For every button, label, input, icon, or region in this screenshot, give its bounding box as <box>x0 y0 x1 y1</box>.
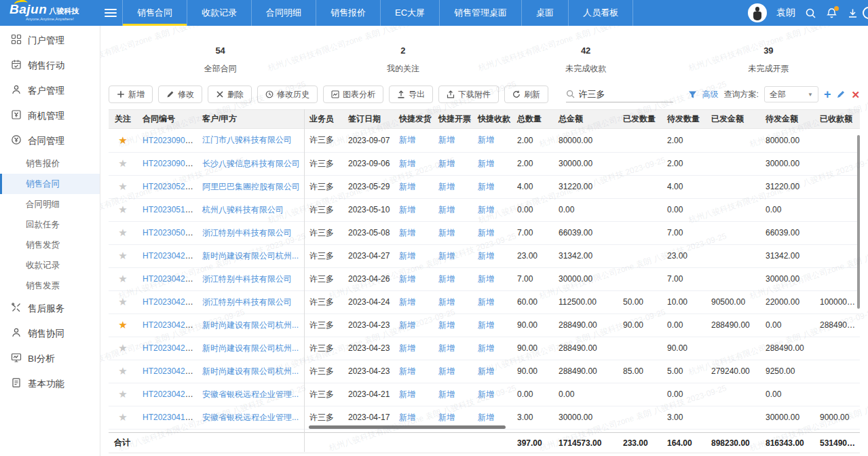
search-icon[interactable] <box>805 7 816 19</box>
stat-block[interactable]: 2我的关注 <box>312 37 494 78</box>
customer-link[interactable]: 浙江特别牛科技有限公司 <box>202 228 292 238</box>
quick-receipt-link[interactable]: 新增 <box>478 297 494 307</box>
quick-invoice-link[interactable]: 新增 <box>438 205 455 214</box>
column-header[interactable]: 总金额 <box>553 110 618 129</box>
contract-code-link[interactable]: HT2023042302 <box>143 343 197 353</box>
top-tab[interactable]: 人员看板 <box>569 0 633 26</box>
quick-invoice-link[interactable]: 新增 <box>438 297 455 307</box>
top-tab[interactable]: 销售报价 <box>316 0 381 26</box>
column-header[interactable]: 已发数量 <box>618 110 662 129</box>
top-tab[interactable]: 销售管理桌面 <box>440 0 522 26</box>
quick-invoice-link[interactable]: 新增 <box>438 182 455 191</box>
quick-ship-link[interactable]: 新增 <box>399 205 415 214</box>
star-outline-icon[interactable]: ★ <box>118 157 127 169</box>
下载附件-button[interactable]: 下载附件 <box>438 86 499 103</box>
quick-invoice-link[interactable]: 新增 <box>438 390 455 399</box>
add-scheme-button[interactable]: + <box>824 88 831 100</box>
quick-ship-link[interactable]: 新增 <box>399 366 415 376</box>
quick-invoice-link[interactable]: 新增 <box>438 274 455 284</box>
column-header[interactable]: 快捷发货 <box>394 110 433 129</box>
star-filled-icon[interactable]: ★ <box>118 134 127 146</box>
customer-link[interactable]: 新时尚建设有限公司杭州... <box>202 366 299 376</box>
column-header[interactable]: 总数量 <box>512 110 553 129</box>
delete-scheme-button[interactable]: ✕ <box>851 90 860 100</box>
download-icon[interactable] <box>847 7 858 19</box>
star-outline-icon[interactable]: ★ <box>118 388 127 400</box>
quick-receipt-link[interactable]: 新增 <box>478 205 494 214</box>
sidebar-item[interactable]: 基本功能 <box>0 371 100 396</box>
修改-button[interactable]: 修改 <box>158 86 202 103</box>
horizontal-scrollbar[interactable] <box>309 425 506 429</box>
quick-ship-link[interactable]: 新增 <box>399 274 415 284</box>
quick-invoice-link[interactable]: 新增 <box>438 343 455 353</box>
top-tab[interactable]: EC大屏 <box>381 0 440 26</box>
vertical-scrollbar[interactable] <box>857 135 860 309</box>
star-outline-icon[interactable]: ★ <box>118 227 127 238</box>
quick-invoice-link[interactable]: 新增 <box>438 159 455 168</box>
contract-code-link[interactable]: HT2023052901 <box>143 182 197 191</box>
stat-block[interactable]: 42未完成收款 <box>495 37 677 78</box>
top-tab[interactable]: 收款记录 <box>187 0 252 26</box>
删除-button[interactable]: 删除 <box>208 86 252 103</box>
修改历史-button[interactable]: 修改历史 <box>257 86 318 103</box>
quick-invoice-link[interactable]: 新增 <box>438 228 455 238</box>
sidebar-subitem[interactable]: 销售报价 <box>0 153 100 174</box>
sidebar-item[interactable]: BI分析 <box>0 346 100 371</box>
新增-button[interactable]: 新增 <box>109 86 153 103</box>
quick-invoice-link[interactable]: 新增 <box>438 366 455 376</box>
star-outline-icon[interactable]: ★ <box>118 411 127 423</box>
column-header[interactable]: 关注 <box>109 110 137 129</box>
column-header[interactable]: 已收款额 <box>814 110 860 129</box>
quick-receipt-link[interactable]: 新增 <box>478 251 494 261</box>
filter-funnel-icon[interactable] <box>688 90 697 99</box>
star-outline-icon[interactable]: ★ <box>118 273 127 284</box>
sidebar-item[interactable]: 销售行动 <box>0 53 100 78</box>
customer-link[interactable]: 杭州八骏科技有限公司 <box>202 205 284 214</box>
column-header[interactable]: 业务员 <box>304 110 343 129</box>
top-tab[interactable]: 销售合同 <box>123 0 187 26</box>
search-box[interactable] <box>566 86 673 102</box>
top-tab[interactable]: 桌面 <box>522 0 569 26</box>
quick-ship-link[interactable]: 新增 <box>399 159 415 168</box>
contract-code-link[interactable]: HT2023042101 <box>143 390 197 399</box>
sidebar-item[interactable]: 商机管理 <box>0 103 100 128</box>
quick-ship-link[interactable]: 新增 <box>399 320 415 330</box>
customer-link[interactable]: 江门市八骏科技有限公司 <box>202 135 292 145</box>
column-header[interactable]: 合同编号 <box>137 110 197 129</box>
contract-code-link[interactable]: HT2023042303 <box>143 366 197 376</box>
quick-invoice-link[interactable]: 新增 <box>438 135 455 145</box>
sidebar-item[interactable]: 客户管理 <box>0 78 100 103</box>
customer-link[interactable]: 长沙八骏信息科技有限公司 <box>202 159 300 168</box>
star-outline-icon[interactable]: ★ <box>118 180 127 192</box>
column-header[interactable]: 待发金额 <box>760 110 814 129</box>
customer-link[interactable]: 新时尚建设有限公司杭州... <box>202 343 299 353</box>
contract-code-link[interactable]: HT2023050801 <box>143 228 197 238</box>
quick-ship-link[interactable]: 新增 <box>399 343 415 353</box>
quick-receipt-link[interactable]: 新增 <box>478 274 494 284</box>
star-outline-icon[interactable]: ★ <box>118 365 127 377</box>
star-filled-icon[interactable]: ★ <box>118 319 127 330</box>
contract-code-link[interactable]: HT2023090601 <box>143 159 197 168</box>
avatar[interactable] <box>748 3 767 22</box>
刷新-button[interactable]: 刷新 <box>504 86 548 103</box>
quick-receipt-link[interactable]: 新增 <box>478 182 494 191</box>
top-tab[interactable]: 合同明细 <box>252 0 316 26</box>
图表分析-button[interactable]: 图表分析 <box>323 86 383 103</box>
quick-receipt-link[interactable]: 新增 <box>478 228 494 238</box>
query-scheme-select[interactable]: 全部 ▼ <box>764 86 818 102</box>
customer-link[interactable]: 安徽省银税远程企业管理... <box>202 413 299 422</box>
contract-code-link[interactable]: HT2023090701 <box>143 136 197 145</box>
edit-scheme-button[interactable] <box>836 90 846 99</box>
search-input[interactable] <box>579 89 664 99</box>
customer-link[interactable]: 阿里巴巴集團控股有限公司 <box>202 182 300 191</box>
advanced-search-link[interactable]: 高级 <box>702 89 719 100</box>
sidebar-item[interactable]: 售后服务 <box>0 296 100 321</box>
sidebar-subitem[interactable]: 回款任务 <box>0 214 100 235</box>
sidebar-subitem[interactable]: 销售合同 <box>0 174 100 194</box>
quick-invoice-link[interactable]: 新增 <box>438 413 455 422</box>
quick-invoice-link[interactable]: 新增 <box>438 320 455 330</box>
quick-receipt-link[interactable]: 新增 <box>478 320 494 330</box>
sidebar-subitem[interactable]: 销售发货 <box>0 235 100 255</box>
contract-code-link[interactable]: HT2023042601 <box>143 274 197 284</box>
sidebar-item[interactable]: 门户管理 <box>0 28 100 53</box>
